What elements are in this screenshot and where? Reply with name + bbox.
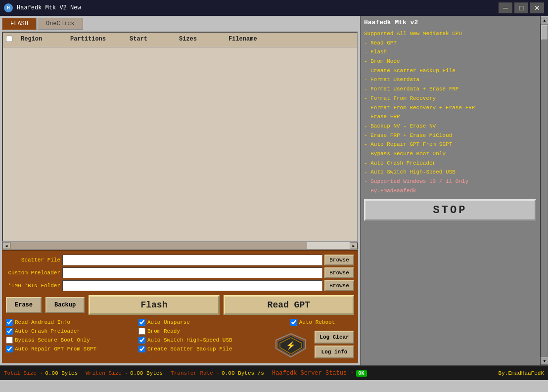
img-bin-label: *IMG *BIN Folder [6, 283, 60, 289]
log-info-button[interactable]: Log info [315, 346, 354, 358]
feature-by: - By.EmadHaafedk [364, 186, 536, 196]
scatter-file-input[interactable] [62, 255, 322, 265]
col-partitions: Partitions [68, 35, 128, 45]
auto-unsparse-checkbox[interactable] [138, 319, 145, 326]
checkbox-auto-crash: Auto Crash Preloader [6, 328, 135, 335]
main-content: FLASH OneClick Region Partitions Start S… [0, 16, 548, 365]
total-size-item: Total Size · 0.00 Bytes [4, 370, 78, 376]
feature-format-userdata-frp: - Format Userdata + Erase FRP [364, 85, 536, 94]
feature-list: Supported All New Mediatek CPU - Read GP… [364, 29, 536, 195]
table-body [3, 47, 357, 166]
log-buttons: Log Clear Log info [315, 331, 354, 358]
feature-flash: - Flash [364, 47, 536, 57]
feature-backup-nv: - Backup NV - Erase NV [364, 122, 536, 131]
scatter-file-label: Scatter File [6, 257, 60, 263]
written-size-item: Writen Size · 0.00 Bytes [86, 370, 163, 376]
col-sizes: Sizes [177, 35, 227, 45]
brom-ready-checkbox[interactable] [138, 328, 145, 335]
minimize-button[interactable]: ─ [499, 2, 512, 13]
written-size-value: 0.00 Bytes [130, 370, 163, 376]
preloader-row: Custom Preloader Browse [6, 267, 354, 278]
feature-erase-frp: - Erase FRP [364, 112, 536, 122]
backup-button[interactable]: Backup [46, 297, 85, 313]
feature-scatter: - Create Scatter Backup File [364, 66, 536, 76]
total-size-label: Total Size · [4, 370, 43, 376]
ok-badge: OK [356, 370, 367, 377]
tab-oneclick[interactable]: OneClick [38, 18, 83, 30]
scroll-thumb-v[interactable] [541, 25, 548, 40]
checkbox-auto-reboot: Auto Reboot [290, 319, 335, 326]
log-clear-button[interactable]: Log Clear [315, 331, 354, 344]
select-all-checkbox[interactable] [6, 36, 12, 42]
by-label: By.EmadHaaFedK [499, 370, 544, 376]
bypass-secure-checkbox[interactable] [6, 337, 13, 344]
transfer-rate-value: 0.00 Bytes /s [222, 370, 264, 376]
maximize-button[interactable]: □ [514, 2, 528, 13]
tab-bar: FLASH OneClick [2, 18, 358, 30]
preloader-label: Custom Preloader [6, 270, 60, 276]
table-header: Region Partitions Start Sizes Filename [3, 33, 357, 47]
checkbox-bypass-secure: Bypass Secure Boot Only [6, 337, 135, 344]
auto-repair-checkbox[interactable] [6, 346, 13, 352]
feature-auto-switch: - Auto Switch High-Speed USB [364, 168, 536, 177]
erase-button[interactable]: Erase [6, 297, 42, 313]
checkbox-auto-unsparse: Auto Unsparse [138, 319, 267, 326]
create-scatter-checkbox[interactable] [138, 346, 145, 352]
h-scrollbar[interactable]: ◀ ▶ [2, 242, 358, 250]
feature-bypass-secure: - Bypass Secure Boot Only [364, 149, 536, 159]
server-status-item: Haafedk Server Status · OK [272, 370, 367, 377]
feature-format-userdata: - Format Userdata [364, 75, 536, 85]
img-bin-input[interactable] [62, 280, 322, 291]
scroll-left-arrow[interactable]: ◀ [2, 242, 10, 249]
scroll-down-arrow[interactable]: ▼ [541, 357, 548, 365]
checkbox-col2: Auto Unsparse Brom Ready Auto Switch Hig… [138, 319, 267, 352]
controls-area: Scatter File Browse Custom Preloader Bro… [2, 250, 358, 363]
checkbox-auto-switch: Auto Switch High-Speed USB [138, 337, 267, 344]
scroll-track [541, 24, 548, 357]
checkbox-auto-repair: Auto Repair GPT From SGPT [6, 346, 135, 352]
flash-button[interactable]: Flash [89, 295, 219, 315]
checkbox-col1: Read Android Info Auto Crash Preloader B… [6, 319, 135, 352]
img-bin-browse-button[interactable]: Browse [324, 280, 354, 291]
read-gpt-button[interactable]: Read GPT [224, 295, 354, 315]
checkbox-create-scatter: Create Scatter Backup File [138, 346, 267, 352]
file-inputs: Scatter File Browse Custom Preloader Bro… [6, 255, 354, 291]
feature-brom: - Brom Mode [364, 57, 536, 66]
right-scrollbar[interactable]: ▲ ▼ [540, 16, 548, 365]
left-panel: FLASH OneClick Region Partitions Start S… [0, 16, 360, 365]
app-icon: H [4, 3, 13, 12]
feature-erase-frp-micloud: - Erase FRP + Erase MiCloud [364, 131, 536, 140]
stop-button[interactable]: STOP [364, 199, 536, 221]
scatter-file-row: Scatter File Browse [6, 255, 354, 265]
transfer-rate-label: Transfer Rate · [171, 370, 220, 376]
feature-read-gpt: - Read GPT [364, 39, 536, 48]
svg-text:⚡: ⚡ [286, 341, 296, 350]
action-row: Erase Backup Flash Read GPT [6, 295, 354, 315]
scatter-browse-button[interactable]: Browse [324, 255, 354, 265]
close-button[interactable]: ✕ [530, 2, 544, 13]
feature-supported: Supported All New Mediatek CPU [364, 29, 536, 39]
feature-auto-crash: - Auto Crash Preloader [364, 159, 536, 168]
app-logo: ⚡ [271, 330, 311, 359]
stop-area: STOP [364, 199, 536, 221]
preloader-browse-button[interactable]: Browse [324, 267, 354, 278]
scroll-thumb[interactable] [10, 242, 307, 249]
written-size-label: Writen Size · [86, 370, 128, 376]
preloader-input[interactable] [62, 267, 322, 278]
server-status-label: Haafedk Server Status · [272, 370, 354, 377]
col-start: Start [128, 35, 177, 45]
tab-flash[interactable]: FLASH [2, 18, 37, 30]
auto-reboot-checkbox[interactable] [290, 319, 297, 326]
read-android-checkbox[interactable] [6, 319, 13, 326]
auto-crash-checkbox[interactable] [6, 328, 13, 335]
transfer-rate-item: Transfer Rate · 0.00 Bytes /s [171, 370, 264, 376]
partition-table: Region Partitions Start Sizes Filename [2, 32, 358, 242]
right-panel-title: Haafedk Mtk v2 [364, 19, 536, 26]
status-bar: Total Size · 0.00 Bytes Writen Size · 0.… [0, 365, 548, 380]
col3-area: Auto Reboot ⚡ [271, 319, 354, 359]
auto-switch-checkbox[interactable] [138, 337, 145, 344]
scroll-right-arrow[interactable]: ▶ [350, 242, 358, 249]
right-panel: ▲ ▼ Haafedk Mtk v2 Supported All New Med… [360, 16, 548, 365]
col-checkbox [4, 35, 19, 45]
scroll-up-arrow[interactable]: ▲ [541, 16, 548, 24]
